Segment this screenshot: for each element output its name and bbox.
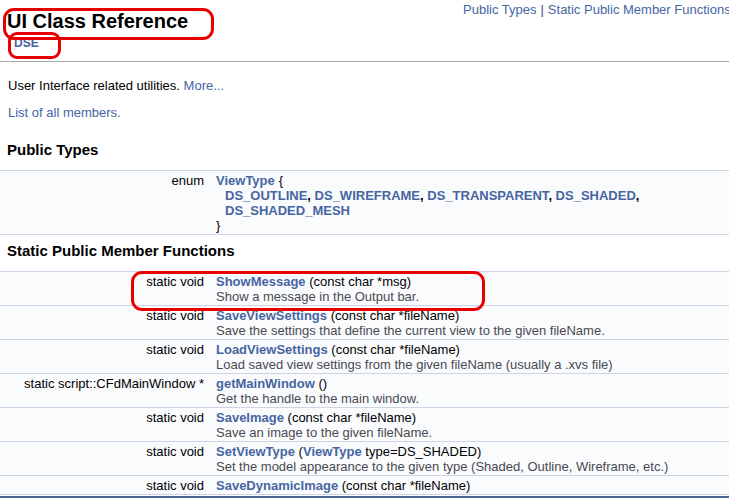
enum-value-link[interactable]: DS_SHADED xyxy=(556,188,636,203)
enum-value-link[interactable]: DS_WIREFRAME xyxy=(315,188,420,203)
page-bottom-border xyxy=(0,496,729,498)
member-params: (ViewType type=DS_SHADED) xyxy=(295,444,481,459)
enum-open-brace: { xyxy=(279,173,283,188)
member-row: static void SaveDynamicImage (const char… xyxy=(0,476,729,495)
title-divider-rule xyxy=(0,61,729,62)
member-row: static void LoadViewSettings (const char… xyxy=(0,340,729,374)
header-quick-links: Public Types|Static Public Member Functi… xyxy=(463,2,729,17)
intro-text: User Interface related utilities. More..… xyxy=(8,78,224,93)
enum-values-line1: DS_OUTLINE, DS_WIREFRAME, DS_TRANSPARENT… xyxy=(216,188,725,203)
enum-values-line2: DS_SHADED_MESH xyxy=(216,203,725,218)
member-functions-table: static void ShowMessage (const char *msg… xyxy=(0,271,729,495)
member-params: (const char *msg) xyxy=(306,274,411,289)
enum-row: enum ViewType{ DS_OUTLINE, DS_WIREFRAME,… xyxy=(0,171,729,235)
member-name-link[interactable]: SetViewType xyxy=(216,444,295,459)
member-name-link[interactable]: SaveViewSettings xyxy=(216,308,327,323)
member-signature: getMainWindow () xyxy=(216,376,725,391)
member-params: (const char *fileName) xyxy=(327,308,459,323)
member-row: static script::CFdMainWindow * getMainWi… xyxy=(0,374,729,408)
enum-keyword: enum xyxy=(0,173,204,233)
member-row: static void ShowMessage (const char *msg… xyxy=(0,272,729,306)
enum-value-link[interactable]: DS_SHADED_MESH xyxy=(225,203,350,218)
enum-value-link[interactable]: DS_OUTLINE xyxy=(225,188,307,203)
enum-close-brace: } xyxy=(216,218,725,233)
member-description: Get the handle to the main window. xyxy=(216,391,725,406)
member-signature: LoadViewSettings (const char *fileName) xyxy=(216,342,725,357)
section-heading-static-public-member-functions: Static Public Member Functions xyxy=(7,242,235,259)
member-params: () xyxy=(315,376,327,391)
member-return-type: static void xyxy=(0,410,204,440)
member-name-link[interactable]: ShowMessage xyxy=(216,274,306,289)
member-description: Set the model appearance to the given ty… xyxy=(216,459,725,474)
member-name-link[interactable]: getMainWindow xyxy=(216,376,315,391)
more-link[interactable]: More... xyxy=(184,78,224,93)
member-description: Save an image to the given fileName. xyxy=(216,425,725,440)
member-return-type: static void xyxy=(0,444,204,474)
member-params: (const char *fileName) xyxy=(328,342,460,357)
member-name-link[interactable]: SaveImage xyxy=(216,410,284,425)
member-name-link[interactable]: SaveDynamicImage xyxy=(216,478,338,493)
member-description: Show a message in the Output bar. xyxy=(216,289,725,304)
list-of-all-members-link[interactable]: List of all members. xyxy=(8,105,121,120)
member-return-type: static script::CFdMainWindow * xyxy=(0,376,204,406)
member-signature: SaveViewSettings (const char *fileName) xyxy=(216,308,725,323)
member-params: (const char *fileName) xyxy=(284,410,416,425)
member-signature: SetViewType (ViewType type=DS_SHADED) xyxy=(216,444,725,459)
enum-declaration-line: ViewType{ xyxy=(216,173,725,188)
intro-text-label: User Interface related utilities. xyxy=(8,78,180,93)
member-signature: ShowMessage (const char *msg) xyxy=(216,274,725,289)
header-link-public-types[interactable]: Public Types xyxy=(463,2,536,17)
member-row: static void SaveImage (const char *fileN… xyxy=(0,408,729,442)
member-description: Save the settings that define the curren… xyxy=(216,323,725,338)
header-links-separator: | xyxy=(536,2,547,17)
public-types-table: enum ViewType{ DS_OUTLINE, DS_WIREFRAME,… xyxy=(0,170,729,235)
member-name-link[interactable]: LoadViewSettings xyxy=(216,342,328,357)
member-row: static void SaveViewSettings (const char… xyxy=(0,306,729,340)
member-row: static void SetViewType (ViewType type=D… xyxy=(0,442,729,476)
member-params-prefix: ( xyxy=(295,444,303,459)
member-params-suffix: type=DS_SHADED) xyxy=(362,444,482,459)
header-link-static-public-member-functions[interactable]: Static Public Member Functions xyxy=(548,2,729,17)
class-name-link[interactable]: DSE xyxy=(14,36,39,50)
member-return-type: static void xyxy=(0,342,204,372)
member-signature: SaveImage (const char *fileName) xyxy=(216,410,725,425)
enum-value-link[interactable]: DS_TRANSPARENT xyxy=(427,188,548,203)
enum-name-link[interactable]: ViewType xyxy=(216,173,275,188)
member-return-type: static void xyxy=(0,274,204,304)
section-heading-public-types: Public Types xyxy=(7,141,98,158)
member-signature: SaveDynamicImage (const char *fileName) xyxy=(216,478,725,493)
member-params-type-link[interactable]: ViewType xyxy=(303,444,362,459)
member-return-type: static void xyxy=(0,478,204,493)
member-params: (const char *fileName) xyxy=(338,478,470,493)
page-title: UI Class Reference xyxy=(7,9,188,34)
member-description: Load saved view settings from the given … xyxy=(216,357,725,372)
member-return-type: static void xyxy=(0,308,204,338)
